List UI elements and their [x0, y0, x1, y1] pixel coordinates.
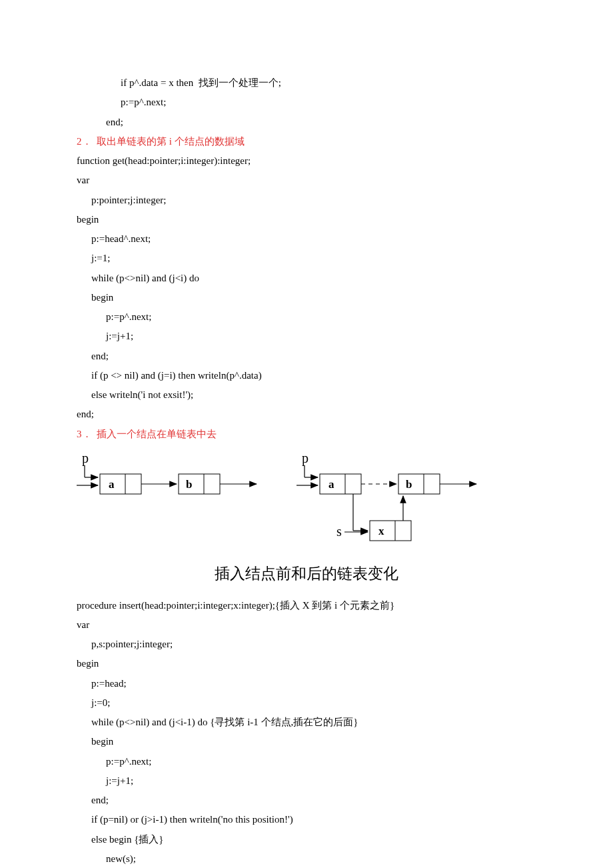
- code-line: else writeln('i not exsit!');: [77, 385, 536, 405]
- code-line: end;: [77, 113, 536, 132]
- code-line: p:pointer;j:integer;: [77, 191, 536, 210]
- section-heading-2: 2． 取出单链表的第 i 个结点的数据域: [77, 132, 536, 151]
- code-line: j:=1;: [77, 249, 536, 268]
- code-line: end;: [77, 405, 536, 424]
- code-line: end;: [77, 791, 536, 810]
- diagram-caption: 插入结点前和后的链表变化: [77, 559, 536, 589]
- code-line: p:=p^.next;: [77, 752, 536, 771]
- svg-rect-15: [398, 474, 440, 494]
- section-heading-3: 3． 插入一个结点在单链表中去: [77, 425, 536, 444]
- code-line: if (p <> nil) and (j=i) then writeln(p^.…: [77, 366, 536, 385]
- code-line: else begin {插入}: [77, 830, 536, 849]
- diagram-node-b: b: [406, 478, 412, 491]
- document-page: if p^.data = x then 找到一个处理一个; p:=p^.next…: [0, 0, 613, 868]
- code-line: while (p<>nil) and (j<i-1) do {寻找第 i-1 个…: [77, 713, 536, 732]
- code-line: begin: [77, 732, 536, 751]
- code-line: begin: [77, 288, 536, 307]
- svg-rect-12: [320, 474, 361, 494]
- code-line: procedure insert(head:pointer;i:integer;…: [77, 596, 536, 615]
- code-line: j:=j+1;: [77, 771, 536, 791]
- code-line: end;: [77, 347, 536, 366]
- code-line: begin: [77, 210, 536, 229]
- diagram-node-x: x: [378, 525, 384, 537]
- code-line: j:=j+1;: [77, 327, 536, 346]
- svg-rect-6: [179, 474, 220, 494]
- code-line: var: [77, 615, 536, 635]
- code-line: begin: [77, 654, 536, 673]
- diagram-node-a: a: [109, 478, 115, 491]
- code-line: p:=head;: [77, 674, 536, 693]
- code-line: new(s);: [77, 849, 536, 868]
- diagram-node-a: a: [328, 478, 334, 491]
- diagram-node-b: b: [186, 478, 192, 491]
- diagram-label-p: p: [82, 451, 89, 466]
- code-line: function get(head:pointer;i:integer):int…: [77, 151, 536, 171]
- svg-rect-3: [100, 474, 141, 494]
- code-line: if (p=nil) or (j>i-1) then writeln('no t…: [77, 810, 536, 829]
- code-line: p:=head^.next;: [77, 229, 536, 249]
- code-line: p:=p^.next;: [77, 307, 536, 327]
- code-line: while (p<>nil) and (j<i) do: [77, 269, 536, 288]
- diagram-label-p: p: [302, 451, 308, 466]
- code-line: p,s:pointer;j:integer;: [77, 635, 536, 654]
- diagram-label-s: s: [336, 524, 342, 539]
- code-line: j:=0;: [77, 693, 536, 713]
- svg-rect-18: [370, 521, 411, 541]
- linked-list-diagram: p a b p: [77, 451, 536, 554]
- code-line: if p^.data = x then 找到一个处理一个;: [77, 73, 536, 93]
- code-line: var: [77, 171, 536, 190]
- code-line: p:=p^.next;: [77, 93, 536, 112]
